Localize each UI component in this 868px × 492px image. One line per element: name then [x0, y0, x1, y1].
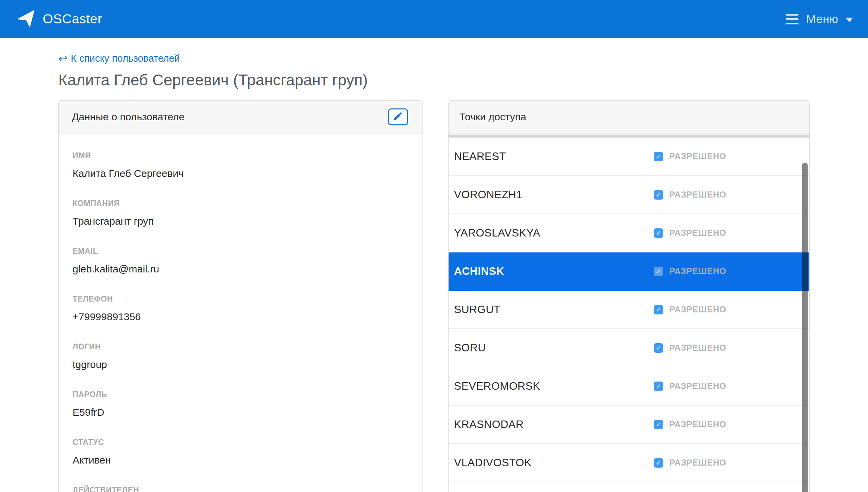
access-point-row-vladivostok[interactable]: VLADIVOSTOK РАЗРЕШЕНО: [449, 444, 809, 482]
access-point-name: VLADIVOSTOK: [454, 456, 532, 469]
permission-label: РАЗРЕШЕНО: [669, 228, 726, 238]
allowed-checkbox[interactable]: [654, 267, 663, 276]
permission-label: РАЗРЕШЕНО: [669, 458, 726, 468]
access-point-name: YAROSLAVSKYA: [454, 227, 540, 239]
field-label: КОМПАНИЯ: [73, 199, 409, 208]
hamburger-icon: [786, 14, 798, 24]
field-value: Активен: [73, 454, 409, 466]
access-point-row-nearest[interactable]: NEAREST РАЗРЕШЕНО: [449, 138, 809, 176]
field-label: ПАРОЛЬ: [73, 390, 409, 399]
access-point-name: SURGUT: [454, 303, 500, 316]
field-value: gleb.kalita@mail.ru: [73, 263, 409, 275]
page-content: ↩ К списку пользователей Калита Глеб Сер…: [0, 38, 868, 492]
permission-label: РАЗРЕШЕНО: [669, 190, 726, 200]
field-login: ЛОГИН tggroup: [73, 342, 409, 370]
permission-label: РАЗРЕШЕНО: [669, 381, 726, 391]
field-value: +79999891356: [73, 311, 409, 323]
field-value: tggroup: [73, 359, 409, 370]
return-arrow-icon: ↩: [58, 53, 67, 64]
access-point-name: SORU: [454, 342, 486, 354]
user-card-title: Данные о пользователе: [72, 111, 184, 123]
permission-label: РАЗРЕШЕНО: [669, 343, 726, 353]
horizontal-scrollbar[interactable]: [449, 135, 809, 138]
permission-label: РАЗРЕШЕНО: [669, 305, 726, 314]
field-label: СТАТУС: [73, 438, 409, 447]
access-point-row-achinsk[interactable]: ACHINSK РАЗРЕШЕНО: [449, 252, 809, 291]
access-point-row-surgut[interactable]: SURGUT РАЗРЕШЕНО: [449, 291, 809, 329]
access-card-header: Точки доступа: [449, 101, 809, 134]
field-name: ИМЯ Калита Глеб Сергеевич: [73, 151, 409, 179]
edit-user-button[interactable]: [388, 108, 408, 125]
permission-label: РАЗРЕШЕНО: [669, 266, 726, 276]
user-card-body: ИМЯ Калита Глеб Сергеевич КОМПАНИЯ Транс…: [59, 134, 422, 492]
access-point-name: SEVEROMORSK: [454, 380, 540, 392]
field-password: ПАРОЛЬ E59frD: [73, 390, 409, 418]
page-title: Калита Глеб Сергеевич (Трансгарант груп): [58, 71, 868, 89]
access-point-row-severomorsk[interactable]: SEVEROMORSK РАЗРЕШЕНО: [449, 367, 809, 406]
menu-button[interactable]: Меню: [786, 12, 853, 26]
allowed-checkbox[interactable]: [654, 305, 663, 314]
field-label: ТЕЛЕФОН: [73, 294, 409, 304]
menu-label: Меню: [806, 12, 838, 26]
field-email: EMAIL gleb.kalita@mail.ru: [73, 247, 409, 275]
user-data-card: Данные о пользователе ИМЯ Калита Глеб Се…: [58, 100, 423, 492]
allowed-checkbox[interactable]: [654, 343, 663, 353]
field-value: E59frD: [73, 407, 409, 418]
brand-name: OSCaster: [43, 12, 102, 26]
field-value: Калита Глеб Сергеевич: [73, 168, 409, 179]
vertical-scrollbar-thumb[interactable]: [802, 163, 808, 492]
access-point-name: NEAREST: [454, 150, 506, 163]
user-card-header: Данные о пользователе: [59, 101, 422, 134]
allowed-checkbox[interactable]: [654, 420, 663, 429]
access-point-name: ACHINSK: [454, 265, 504, 278]
allowed-checkbox[interactable]: [654, 152, 663, 161]
access-point-row-voronezh1[interactable]: VORONEZH1 РАЗРЕШЕНО: [449, 176, 809, 214]
field-label: EMAIL: [73, 247, 409, 256]
field-label: ИМЯ: [73, 151, 409, 160]
chevron-down-icon: [846, 18, 853, 22]
field-phone: ТЕЛЕФОН +79999891356: [73, 294, 409, 323]
back-link-label: К списку пользователей: [71, 53, 180, 64]
permission-label: РАЗРЕШЕНО: [669, 419, 726, 429]
access-point-row-yaroslavskya[interactable]: YAROSLAVSKYA РАЗРЕШЕНО: [449, 214, 809, 252]
access-point-row-krasnodar[interactable]: KRASNODAR РАЗРЕШЕНО: [449, 406, 809, 444]
back-to-users-link[interactable]: ↩ К списку пользователей: [58, 53, 180, 64]
field-value: Трансгарант груп: [73, 216, 409, 227]
access-card-title: Точки доступа: [459, 111, 526, 123]
brand-logo[interactable]: OSCaster: [15, 7, 102, 31]
access-point-list: NEAREST РАЗРЕШЕНО VORONEZH1 РАЗРЕШЕНО YA…: [449, 138, 809, 482]
permission-label: РАЗРЕШЕНО: [669, 151, 726, 161]
allowed-checkbox[interactable]: [654, 458, 663, 468]
allowed-checkbox[interactable]: [654, 382, 663, 391]
field-label: ДЕЙСТВИТЕЛЕН: [73, 486, 409, 492]
field-status: СТАТУС Активен: [73, 438, 409, 466]
pencil-icon: [393, 111, 403, 122]
access-point-name: KRASNODAR: [454, 418, 524, 431]
field-label: ЛОГИН: [73, 342, 409, 351]
allowed-checkbox[interactable]: [654, 228, 663, 238]
access-points-card: Точки доступа NEAREST РАЗРЕШЕНО VORONEZH…: [448, 100, 810, 492]
top-navbar: OSCaster Меню: [0, 0, 868, 38]
allowed-checkbox[interactable]: [654, 190, 663, 200]
paper-plane-icon: [15, 7, 37, 31]
access-point-name: VORONEZH1: [454, 188, 522, 201]
field-company: КОМПАНИЯ Трансгарант груп: [73, 199, 409, 227]
field-valid-until: ДЕЙСТВИТЕЛЕН: [73, 486, 409, 492]
access-point-row-soru[interactable]: SORU РАЗРЕШЕНО: [449, 329, 809, 367]
